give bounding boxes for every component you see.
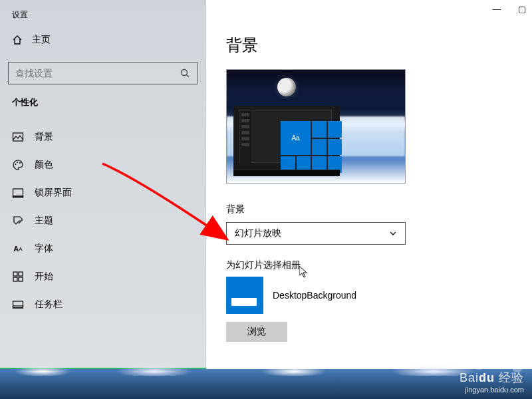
category-label: 个性化 bbox=[0, 96, 205, 111]
nav-item-lockscreen[interactable]: 锁屏界面 bbox=[0, 179, 205, 207]
svg-rect-2 bbox=[13, 133, 23, 141]
svg-point-3 bbox=[15, 164, 17, 165]
theme-icon bbox=[12, 215, 24, 227]
chevron-down-icon bbox=[389, 229, 397, 237]
background-label: 背景 bbox=[226, 203, 512, 215]
album-row[interactable]: DesktopBackground bbox=[226, 277, 512, 314]
nav-label: 任务栏 bbox=[35, 299, 63, 311]
svg-point-4 bbox=[17, 162, 18, 163]
home-link[interactable]: 主页 bbox=[0, 27, 205, 53]
home-label: 主页 bbox=[32, 34, 51, 46]
nav-list: 背景 颜色 锁屏界面 主题 AA 字体 开始 任务栏 bbox=[0, 123, 205, 319]
svg-rect-8 bbox=[13, 272, 17, 276]
background-dropdown[interactable]: 幻灯片放映 bbox=[226, 222, 406, 245]
album-thumbnail-icon bbox=[226, 277, 263, 314]
lockscreen-icon bbox=[12, 187, 24, 199]
nav-label: 开始 bbox=[35, 271, 53, 283]
app-title: 设置 bbox=[0, 0, 205, 27]
sidebar: 设置 主页 个性化 背景 颜色 锁屏界面 主题 AA bbox=[0, 0, 206, 369]
page-title: 背景 bbox=[226, 35, 512, 56]
album-name: DesktopBackground bbox=[273, 290, 356, 301]
search-icon bbox=[180, 68, 190, 78]
nav-label: 背景 bbox=[35, 131, 53, 143]
svg-rect-11 bbox=[19, 277, 23, 281]
nav-item-start[interactable]: 开始 bbox=[0, 263, 205, 291]
nav-item-themes[interactable]: 主题 bbox=[0, 207, 205, 235]
content-area: 背景 Aa 背景 幻灯片放映 为幻灯片选择相册 DesktopBackgroun… bbox=[206, 0, 532, 369]
home-icon bbox=[12, 35, 23, 45]
font-icon: AA bbox=[12, 243, 24, 255]
svg-rect-6 bbox=[13, 189, 23, 196]
nav-item-colors[interactable]: 颜色 bbox=[0, 151, 205, 179]
moon-graphic bbox=[277, 78, 296, 96]
search-input[interactable] bbox=[8, 62, 198, 84]
preview-thumbnail: Aa bbox=[226, 69, 406, 184]
svg-line-1 bbox=[187, 75, 190, 78]
nav-item-fonts[interactable]: AA 字体 bbox=[0, 235, 205, 263]
nav-item-taskbar[interactable]: 任务栏 bbox=[0, 291, 205, 319]
mini-desktop: Aa bbox=[233, 106, 340, 176]
browse-button[interactable]: 浏览 bbox=[226, 322, 287, 342]
preview-tile-aa: Aa bbox=[281, 121, 311, 155]
palette-icon bbox=[12, 159, 24, 171]
nav-label: 颜色 bbox=[35, 159, 53, 171]
album-section-label: 为幻灯片选择相册 bbox=[226, 259, 512, 271]
nav-label: 字体 bbox=[35, 243, 53, 255]
svg-point-5 bbox=[19, 162, 21, 164]
picture-icon bbox=[12, 131, 24, 143]
search-field[interactable] bbox=[15, 68, 162, 78]
dropdown-value: 幻灯片放映 bbox=[235, 227, 281, 239]
nav-item-background[interactable]: 背景 bbox=[0, 123, 205, 151]
svg-rect-13 bbox=[13, 306, 23, 308]
nav-label: 主题 bbox=[35, 215, 53, 227]
svg-rect-7 bbox=[13, 196, 23, 198]
nav-label: 锁屏界面 bbox=[35, 187, 72, 199]
svg-rect-9 bbox=[19, 272, 23, 276]
taskbar-icon bbox=[12, 299, 24, 311]
svg-point-0 bbox=[182, 70, 188, 76]
svg-rect-10 bbox=[13, 277, 17, 281]
start-icon bbox=[12, 271, 24, 283]
bottom-strip bbox=[0, 369, 532, 399]
